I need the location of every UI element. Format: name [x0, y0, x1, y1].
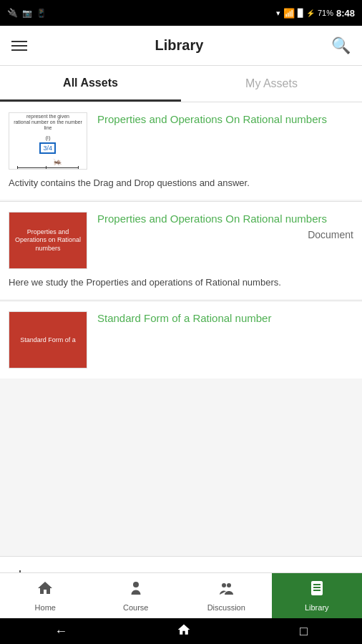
nav-course-label: Course [123, 603, 148, 612]
page-title: Library [155, 37, 204, 54]
menu-line-3 [11, 49, 27, 51]
recent-button[interactable]: □ [300, 624, 308, 639]
asset-title-1: Properties and Operations On Rational nu… [97, 112, 353, 127]
nav-discussion[interactable]: Discussion [181, 573, 272, 618]
battery-icon: ⚡ [306, 9, 315, 17]
thumb-text-2: Properties and Operations on Rational nu… [9, 225, 87, 256]
search-icon[interactable]: 🔍 [331, 36, 351, 55]
menu-line-1 [11, 41, 27, 42]
thumb-text-3: Standard Form of a [16, 333, 80, 348]
asset-info-3: Standard Form of a Rational number [97, 311, 353, 326]
asset-row-2: Properties and Operations on Rational nu… [9, 212, 353, 269]
asset-card-3[interactable]: Standard Form of a Standard Form of a Ra… [0, 301, 362, 379]
asset-card-1[interactable]: Drag the grasshopper and represent the g… [0, 102, 362, 200]
status-bar: 🔌 📷 📱 ▾ 📶 ▉ ⚡ 71% 8:48 [0, 0, 362, 26]
asset-thumb-3: Standard Form of a [9, 311, 87, 369]
location-icon: ▾ [276, 9, 280, 18]
svg-point-2 [133, 582, 139, 587]
nav-discussion-label: Discussion [207, 603, 245, 612]
android-icon: 📱 [36, 9, 47, 18]
battery-percent: 71% [318, 9, 333, 17]
asset-desc-1: Activity contains the Drag and Drop ques… [9, 177, 353, 190]
system-bar: ← □ [0, 618, 362, 644]
asset-card-2[interactable]: Properties and Operations on Rational nu… [0, 202, 362, 299]
nav-home[interactable]: Home [0, 573, 91, 618]
asset-thumb-1: Drag the grasshopper and represent the g… [9, 112, 87, 170]
menu-button[interactable] [11, 41, 27, 51]
bottom-nav: Home Course Discussion Lib [0, 572, 362, 618]
number-line-illustration: Drag the grasshopper and represent the g… [9, 112, 87, 170]
asset-desc-2: Here we study the Properties and operati… [9, 276, 353, 289]
asset-info-1: Properties and Operations On Rational nu… [97, 112, 353, 127]
status-right-icons: ▾ 📶 ▉ ⚡ 71% 8:48 [276, 8, 355, 19]
discussion-icon [217, 580, 235, 601]
svg-point-3 [222, 583, 226, 587]
course-icon [127, 580, 145, 601]
nav-course[interactable]: Course [91, 573, 182, 618]
grasshopper-icon: 🦗 [53, 157, 62, 165]
usb-icon: 🔌 [7, 8, 18, 18]
asset-row-1: Drag the grasshopper and represent the g… [9, 112, 353, 170]
signal-icon: ▉ [298, 9, 303, 18]
library-icon [308, 580, 326, 601]
asset-title-3: Standard Form of a Rational number [97, 311, 353, 326]
asset-info-2: Properties and Operations On Rational nu… [97, 212, 353, 240]
nav-library[interactable]: Library [272, 573, 363, 618]
tab-my-assets[interactable]: My Assets [181, 66, 362, 102]
back-button[interactable]: ← [54, 624, 67, 639]
asset-type-2: Document [97, 229, 353, 240]
menu-line-2 [11, 45, 27, 47]
nav-home-label: Home [35, 603, 56, 612]
tabs-bar: All Assets My Assets [0, 66, 362, 102]
nav-library-label: Library [305, 603, 329, 612]
header: Library 🔍 [0, 26, 362, 66]
wifi-icon: 📶 [283, 8, 295, 19]
tab-all-assets[interactable]: All Assets [0, 66, 181, 102]
content-area: Drag the grasshopper and represent the g… [0, 102, 362, 556]
home-button[interactable] [177, 623, 191, 640]
asset-title-2: Properties and Operations On Rational nu… [97, 212, 353, 226]
svg-point-4 [227, 583, 231, 587]
time-display: 8:48 [336, 8, 355, 19]
status-left-icons: 🔌 📷 📱 [7, 8, 47, 18]
image-icon: 📷 [22, 9, 32, 18]
home-icon [36, 580, 54, 601]
asset-thumb-2: Properties and Operations on Rational nu… [9, 212, 87, 269]
